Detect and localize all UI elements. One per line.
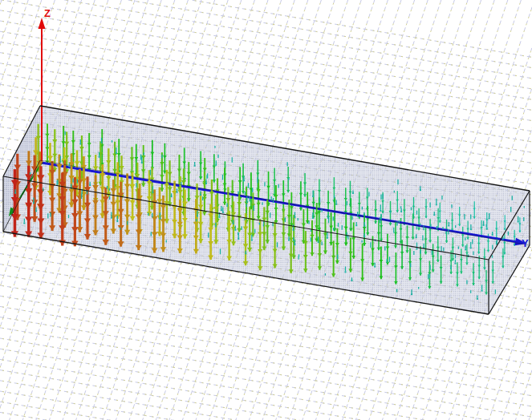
z-axis-label: Z: [44, 7, 51, 19]
y-axis-label: Y: [522, 237, 529, 249]
3d-viewport[interactable]: Z Y: [0, 0, 532, 420]
scene-canvas[interactable]: Z Y: [0, 0, 532, 420]
